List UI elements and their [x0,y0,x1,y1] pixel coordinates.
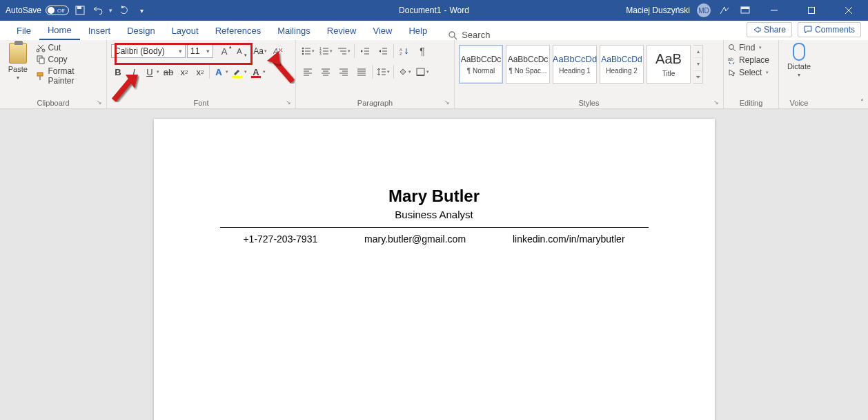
resume-phone[interactable]: +1-727-203-7931 [243,233,317,245]
autosave-knob [48,7,55,14]
paragraph-launcher-icon[interactable]: ↘ [444,99,450,106]
style-heading2[interactable]: AaBbCcDd Heading 2 [600,45,644,84]
autosave-toggle[interactable]: Off [46,6,69,15]
style-heading1[interactable]: AaBbCcDd Heading 1 [553,45,597,84]
share-icon [753,26,761,34]
paste-icon [9,43,27,64]
minimize-button[interactable] [759,1,789,20]
increase-font-button[interactable]: A▴ [217,44,231,58]
font-name-combobox[interactable]: Calibri (Body) ▾ [111,44,186,58]
show-marks-button[interactable]: ¶ [415,44,430,58]
save-icon[interactable] [73,3,87,17]
styles-launcher-icon[interactable]: ↘ [713,99,719,106]
borders-button[interactable]: ▾ [415,65,430,79]
share-button[interactable]: Share [747,22,792,37]
paste-dropdown-icon[interactable]: ▾ [17,75,19,81]
find-button[interactable]: Find ▾ [728,43,769,52]
tab-file[interactable]: File [8,21,39,40]
undo-icon[interactable] [91,3,105,17]
underline-dropdown-icon[interactable]: ▾ [157,69,159,75]
search-icon [448,30,457,40]
style-normal[interactable]: AaBbCcDc ¶ Normal [459,45,503,84]
bullets-button[interactable]: ▾ [300,44,315,58]
dictate-button[interactable]: Dictate ▾ [787,43,811,78]
close-button[interactable] [834,1,864,20]
gallery-expand-icon[interactable]: ⏷ [693,71,702,83]
line-spacing-button[interactable]: ▾ [375,65,391,79]
tell-me-search[interactable]: Search [448,30,490,40]
resume-name[interactable]: Mary Butler [220,187,649,206]
shading-button[interactable]: ▾ [397,65,412,79]
page[interactable]: Mary Butler Business Analyst +1-727-203-… [154,119,715,420]
style-no-spacing[interactable]: AaBbCcDc ¶ No Spac... [506,45,550,84]
copy-button[interactable]: Copy [36,55,102,64]
multilevel-button[interactable]: ▾ [336,44,351,58]
gallery-down-icon[interactable]: ▾ [693,58,702,70]
sort-button[interactable]: AZ [397,44,412,58]
resume-contacts-row[interactable]: +1-727-203-7931 mary.butler@gmail.com li… [220,233,649,245]
collapse-ribbon-button[interactable]: ˄ [860,98,864,106]
decrease-indent-button[interactable] [357,44,373,58]
italic-button[interactable]: I [127,65,141,79]
user-name[interactable]: Maciej Duszyński [626,6,690,15]
highlight-button[interactable] [230,65,244,79]
subscript-button[interactable]: x2 [177,65,191,79]
font-launcher-icon[interactable]: ↘ [286,99,291,106]
tab-view[interactable]: View [364,21,400,40]
strikethrough-button[interactable]: ab [161,65,175,79]
user-avatar[interactable]: MD [697,3,711,17]
text-effects-button[interactable]: A [212,65,226,79]
highlight-dropdown-icon[interactable]: ▾ [244,69,247,75]
qat-customize-icon[interactable]: ▾ [135,3,148,17]
font-size-combobox[interactable]: 11 ▾ [187,44,213,58]
decrease-font-button[interactable]: A▾ [233,44,246,58]
redo-icon[interactable] [117,3,130,17]
undo-dropdown-icon[interactable]: ▾ [109,7,112,14]
dictate-dropdown-icon[interactable]: ▾ [798,72,800,78]
document-title: Document1 [399,6,441,15]
tab-insert[interactable]: Insert [80,21,119,40]
text-effects-dropdown-icon[interactable]: ▾ [226,69,228,75]
gallery-up-icon[interactable]: ▴ [693,46,702,58]
format-painter-icon [36,71,46,81]
tab-layout[interactable]: Layout [164,21,207,40]
tab-mailings[interactable]: Mailings [269,21,319,40]
resume-linkedin[interactable]: linkedin.com/in/marybutler [513,233,625,245]
bold-button[interactable]: B [111,65,125,79]
find-dropdown-icon[interactable]: ▾ [759,45,762,50]
document-canvas[interactable]: Mary Butler Business Analyst +1-727-203-… [0,109,868,420]
cut-button[interactable]: Cut [36,43,102,52]
underline-button[interactable]: U [143,65,157,79]
clear-formatting-button[interactable]: A [271,44,285,58]
align-right-button[interactable] [336,65,351,79]
format-painter-button[interactable]: Format Painter [36,66,102,86]
copy-label: Copy [48,55,68,64]
superscript-button[interactable]: x2 [193,65,207,79]
increase-indent-button[interactable] [375,44,391,58]
comments-button[interactable]: Comments [798,22,861,37]
paste-button[interactable]: Paste ▾ [4,43,32,81]
align-center-button[interactable] [318,65,333,79]
style-title[interactable]: AaB Title [647,45,691,84]
font-color-button[interactable]: A [249,65,263,79]
clipboard-launcher-icon[interactable]: ↘ [97,99,102,106]
tab-help[interactable]: Help [400,21,435,40]
resume-role[interactable]: Business Analyst [220,209,649,220]
select-button[interactable]: Select ▾ [728,68,769,77]
tab-review[interactable]: Review [319,21,365,40]
font-color-dropdown-icon[interactable]: ▾ [263,69,266,75]
select-dropdown-icon[interactable]: ▾ [766,70,769,75]
maximize-button[interactable] [796,1,827,20]
coming-soon-icon[interactable] [718,3,731,17]
replace-button[interactable]: ab Replace [728,55,769,65]
change-case-button[interactable]: Aa▾ [250,44,270,58]
numbering-button[interactable]: 123▾ [318,44,333,58]
tab-design[interactable]: Design [119,21,163,40]
tab-home[interactable]: Home [39,21,80,40]
tab-references[interactable]: References [207,21,269,40]
ribbon-display-icon[interactable] [738,3,752,17]
justify-button[interactable] [354,65,369,79]
styles-gallery-more[interactable]: ▴ ▾ ⏷ [693,45,703,84]
resume-email[interactable]: mary.butler@gmail.com [364,233,466,245]
align-left-button[interactable] [300,65,315,79]
